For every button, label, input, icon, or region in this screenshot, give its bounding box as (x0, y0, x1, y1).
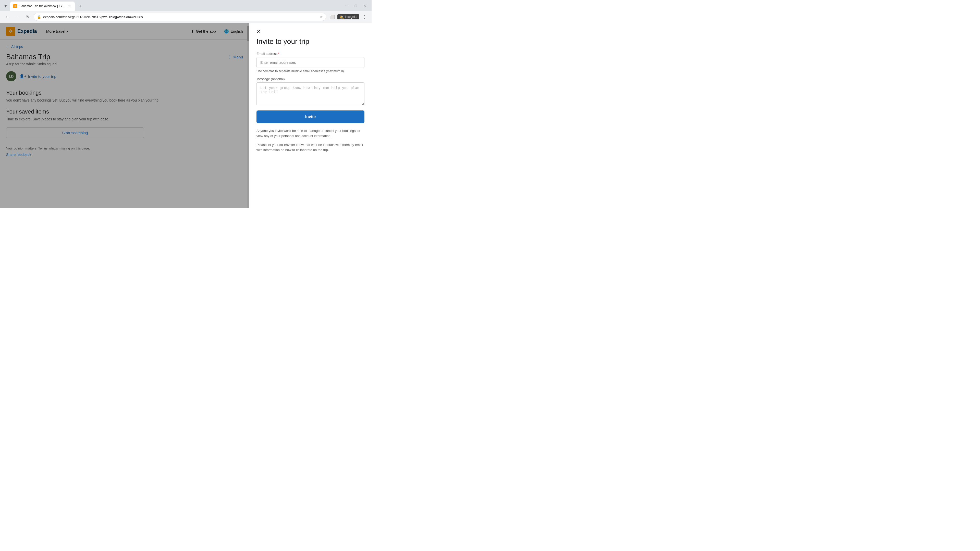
message-field-group: Message (optional) (256, 77, 364, 106)
email-hint: Use commas to separate multiple email ad… (256, 69, 364, 73)
tab-switcher[interactable]: ▼ (2, 3, 9, 10)
tab-favicon: E (13, 4, 18, 8)
reload-button[interactable]: ↻ (24, 13, 32, 21)
email-label: Email address* (256, 52, 364, 56)
url-text: expedia.com/trips/egti-6Q7-A2B-78SH?pwaD… (43, 15, 318, 19)
privacy-note: Anyone you invite won't be able to manag… (256, 128, 364, 138)
message-label: Message (optional) (256, 77, 364, 81)
incognito-label: Incognito (345, 15, 357, 19)
email-field-group: Email address* Use commas to separate mu… (256, 52, 364, 73)
close-button[interactable]: ✕ (361, 2, 369, 9)
invite-button[interactable]: Invite (256, 110, 364, 123)
message-input[interactable] (256, 83, 364, 105)
url-bar[interactable]: 🔒 expedia.com/trips/egti-6Q7-A2B-78SH?pw… (34, 13, 326, 21)
collab-note: Please let your co-traveler know that we… (256, 142, 364, 152)
minimize-button[interactable]: ─ (343, 2, 350, 9)
email-input[interactable] (256, 57, 364, 68)
incognito-badge: 🕵 Incognito (337, 14, 360, 19)
lock-icon: 🔒 (37, 15, 41, 19)
invite-drawer: ✕ Invite to your trip Email address* Use… (249, 23, 372, 208)
backdrop-overlay[interactable] (0, 23, 249, 208)
bookmark-icon[interactable]: ☆ (320, 15, 323, 19)
drawer-close-button[interactable]: ✕ (255, 27, 262, 35)
tab-close-button[interactable]: ✕ (67, 4, 72, 8)
cast-icon[interactable]: ⬜ (328, 13, 336, 21)
menu-button[interactable]: ⋮ (360, 13, 369, 21)
new-tab-button[interactable]: + (77, 3, 84, 10)
drawer-title: Invite to your trip (256, 38, 364, 46)
active-tab[interactable]: E Bahamas Trip trip overview | Ex... ✕ (10, 2, 75, 11)
restore-button[interactable]: □ (352, 2, 360, 9)
tab-title: Bahamas Trip trip overview | Ex... (19, 4, 65, 8)
forward-button[interactable]: → (13, 13, 21, 21)
back-button[interactable]: ← (3, 13, 11, 21)
